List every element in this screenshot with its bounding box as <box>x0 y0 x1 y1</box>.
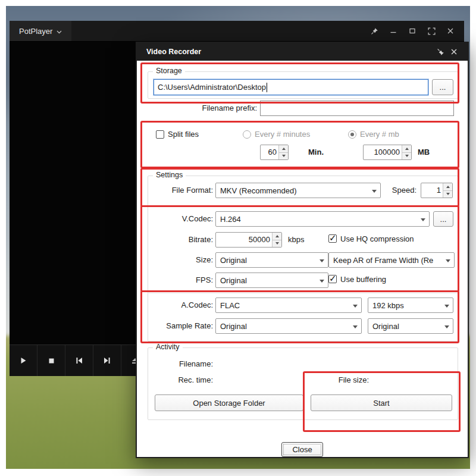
dialog-titlebar[interactable]: Video Recorder <box>137 43 468 61</box>
settings-group-label: Settings <box>153 171 186 179</box>
sample-rate-label: Sample Rate: <box>148 318 213 334</box>
chevron-down-icon <box>421 218 425 221</box>
chevron-down-icon <box>320 280 324 283</box>
file-format-dropdown[interactable]: MKV (Recommended) <box>215 183 381 198</box>
chevron-down-icon <box>353 325 358 328</box>
vcodec-options-button[interactable]: ... <box>433 211 453 227</box>
use-buffering-label: Use buffering <box>340 275 386 284</box>
dialog-body: Storage C:\Users\Administrator\Desktop .… <box>137 61 468 457</box>
bitrate-label: Bitrate: <box>148 232 213 248</box>
chevron-down-icon <box>57 27 62 36</box>
minutes-value[interactable]: 60 <box>261 145 278 159</box>
video-recorder-dialog: Video Recorder Storage C:\Users\Administ… <box>136 42 469 458</box>
aspect-ratio-dropdown[interactable]: Keep AR of Frame Width (Re <box>328 252 455 268</box>
close-icon[interactable] <box>443 24 458 38</box>
pin-icon[interactable] <box>434 45 447 58</box>
every-minutes-radio[interactable] <box>243 130 251 139</box>
minimize-icon[interactable] <box>386 24 401 38</box>
every-minutes-label: Every # minutes <box>255 130 310 139</box>
chevron-down-icon <box>444 325 449 328</box>
separator <box>148 122 458 123</box>
speed-spinner[interactable]: 1 <box>421 183 453 198</box>
split-files-checkbox[interactable] <box>156 130 164 139</box>
separator <box>148 293 458 293</box>
chevron-down-icon <box>446 259 450 262</box>
open-storage-folder-button[interactable]: Open Storage Folder <box>155 394 303 411</box>
acodec-label: A.Codec: <box>148 298 213 313</box>
mb-value[interactable]: 100000 <box>364 145 402 159</box>
spinner-down-icon[interactable] <box>402 153 411 160</box>
storage-path-value: C:\Users\Administrator\Desktop <box>158 83 266 92</box>
mb-spinner[interactable]: 100000 <box>363 145 412 160</box>
spinner-up-icon[interactable] <box>279 145 288 153</box>
every-mb-radio[interactable] <box>348 130 356 139</box>
potplayer-window-controls <box>367 24 464 38</box>
every-mb-label: Every # mb <box>360 130 399 139</box>
acodec-value: FLAC <box>220 301 240 310</box>
vcodec-dropdown[interactable]: H.264 <box>215 211 430 227</box>
minutes-unit-label: Min. <box>308 148 324 157</box>
sample-rate2-value: Original <box>372 322 399 331</box>
audio-bitrate-dropdown[interactable]: 192 kbps <box>368 298 453 313</box>
fps-dropdown[interactable]: Original <box>215 273 328 288</box>
size-label: Size: <box>148 252 213 268</box>
chevron-down-icon <box>320 259 324 262</box>
next-button[interactable] <box>93 345 121 376</box>
spinner-up-icon[interactable] <box>273 233 281 240</box>
bitrate-unit-label: kbps <box>288 235 304 245</box>
sample-rate2-dropdown[interactable]: Original <box>368 318 453 334</box>
spinner-up-icon[interactable] <box>443 183 452 191</box>
aspect-ratio-value: Keep AR of Frame Width (Re <box>333 256 433 265</box>
split-files-label: Split files <box>168 130 199 139</box>
stop-button[interactable] <box>37 345 65 376</box>
pin-icon[interactable] <box>367 24 382 38</box>
chevron-down-icon <box>444 305 449 308</box>
maximize-icon[interactable] <box>405 24 420 38</box>
speed-value[interactable]: 1 <box>421 183 443 198</box>
use-buffering-checkbox[interactable] <box>328 275 337 283</box>
bitrate-value[interactable]: 50000 <box>216 233 272 247</box>
fullscreen-icon[interactable] <box>424 24 439 38</box>
spinner-up-icon[interactable] <box>402 145 411 153</box>
hq-compression-label: Use HQ compression <box>340 234 414 244</box>
chevron-down-icon <box>353 305 358 308</box>
potplayer-titlebar[interactable]: PotPlayer <box>10 21 464 42</box>
fps-value: Original <box>220 276 247 285</box>
acodec-dropdown[interactable]: FLAC <box>215 298 362 313</box>
spinner-down-icon[interactable] <box>279 153 288 160</box>
dialog-title: Video Recorder <box>146 48 434 56</box>
storage-group-label: Storage <box>153 67 185 75</box>
activity-group-label: Activity <box>153 343 183 351</box>
text-caret <box>267 83 267 92</box>
chevron-down-icon <box>372 190 377 193</box>
previous-button[interactable] <box>65 345 93 376</box>
activity-rec-time-label: Rec. time: <box>148 372 213 388</box>
mb-unit-label: MB <box>418 148 430 157</box>
vcodec-label: V.Codec: <box>148 211 213 227</box>
desktop-screen: PotPlayer <box>0 0 476 476</box>
fps-label: FPS: <box>148 273 213 288</box>
file-format-label: File Format: <box>148 183 213 198</box>
close-icon[interactable] <box>447 45 461 58</box>
spinner-down-icon[interactable] <box>273 240 281 248</box>
size-dropdown[interactable]: Original <box>215 252 328 268</box>
close-button[interactable]: Close <box>281 442 323 457</box>
spinner-down-icon[interactable] <box>443 191 452 198</box>
separator <box>148 205 458 206</box>
potplayer-menu-button[interactable]: PotPlayer <box>10 21 71 41</box>
filename-prefix-label: Filename prefix: <box>173 101 257 116</box>
hq-compression-checkbox[interactable] <box>328 234 337 243</box>
sample-rate-dropdown[interactable]: Original <box>215 318 362 334</box>
play-button[interactable] <box>10 345 37 376</box>
file-format-value: MKV (Recommended) <box>220 186 297 195</box>
potplayer-title: PotPlayer <box>19 27 52 36</box>
start-button[interactable]: Start <box>311 394 452 411</box>
storage-path-input[interactable]: C:\Users\Administrator\Desktop <box>154 79 428 95</box>
minutes-spinner[interactable]: 60 <box>260 145 289 160</box>
filename-prefix-input[interactable] <box>260 101 454 116</box>
bitrate-spinner[interactable]: 50000 <box>215 232 282 248</box>
audio-bitrate-value: 192 kbps <box>372 301 404 310</box>
browse-button[interactable]: ... <box>432 79 453 95</box>
activity-file-size-label: File size: <box>315 372 369 388</box>
speed-label: Speed: <box>381 183 416 198</box>
